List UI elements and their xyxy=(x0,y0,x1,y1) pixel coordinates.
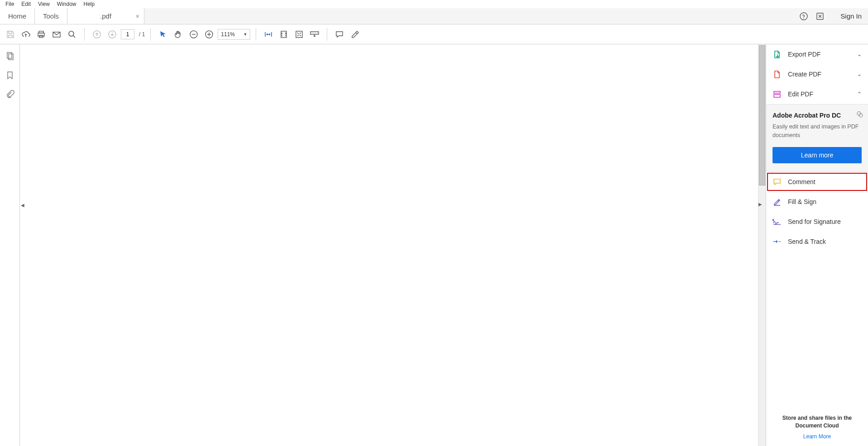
bookmarks-icon[interactable] xyxy=(5,70,15,81)
svg-rect-15 xyxy=(7,52,12,58)
svg-text:x: x xyxy=(773,218,774,221)
zoom-value: 111% xyxy=(221,31,235,38)
svg-rect-18 xyxy=(774,95,780,97)
highlight-tool-icon[interactable] xyxy=(348,28,362,41)
page-up-icon[interactable] xyxy=(90,28,104,41)
svg-rect-13 xyxy=(296,31,302,38)
tool-label: Comment xyxy=(788,178,816,185)
tool-send-track[interactable]: Send & Track xyxy=(766,232,868,251)
svg-rect-4 xyxy=(38,33,44,36)
menu-edit[interactable]: Edit xyxy=(18,1,34,7)
scrollbar-thumb[interactable] xyxy=(759,45,765,185)
fit-page-icon[interactable] xyxy=(277,28,291,41)
tab-document[interactable]: .pdf × xyxy=(67,8,144,24)
tool-create-pdf[interactable]: Create PDF ⌄ xyxy=(766,64,868,84)
separator xyxy=(84,28,85,41)
tab-document-label: .pdf xyxy=(100,12,111,20)
cloud-promo: Store and share files in the Document Cl… xyxy=(766,408,868,446)
left-nav-panel xyxy=(0,44,20,446)
email-icon[interactable] xyxy=(50,28,63,41)
notification-icon[interactable] xyxy=(815,11,825,21)
chevron-down-icon: ⌄ xyxy=(857,51,862,57)
main-toolbar: / 1 111% ▼ xyxy=(0,24,868,44)
tool-label: Export PDF xyxy=(788,51,820,58)
tabbar-spacer xyxy=(144,8,792,24)
edit-pdf-promo: Adobe Acrobat Pro DC Easily edit text an… xyxy=(766,104,868,172)
menu-window[interactable]: Window xyxy=(53,1,80,7)
edit-pdf-icon xyxy=(773,90,782,99)
tool-label: Edit PDF xyxy=(788,90,813,98)
vertical-scrollbar[interactable] xyxy=(758,44,766,446)
tool-label: Send & Track xyxy=(788,238,826,245)
fit-width-icon[interactable] xyxy=(262,28,275,41)
attachments-icon[interactable] xyxy=(5,89,15,100)
svg-point-1 xyxy=(804,18,804,19)
send-signature-icon: x xyxy=(773,217,782,226)
tool-label: Fill & Sign xyxy=(788,198,816,205)
svg-rect-12 xyxy=(281,31,286,38)
tool-send-for-signature[interactable]: x Send for Signature xyxy=(766,212,868,232)
page-number-input[interactable] xyxy=(121,29,134,39)
cloud-promo-text: Store and share files in the Document Cl… xyxy=(771,414,863,430)
collapse-right-icon[interactable]: ▶ xyxy=(758,202,764,208)
separator xyxy=(327,28,327,41)
promo-title: Adobe Acrobat Pro DC xyxy=(773,112,862,119)
send-track-icon xyxy=(773,237,782,246)
zoom-out-icon[interactable] xyxy=(187,28,200,41)
zoom-in-icon[interactable] xyxy=(202,28,216,41)
sign-in-link[interactable]: Sign In xyxy=(831,12,862,20)
promo-description: Easily edit text and images in PDF docum… xyxy=(773,123,862,140)
read-mode-icon[interactable] xyxy=(308,28,321,41)
tool-export-pdf[interactable]: Export PDF ⌄ xyxy=(766,44,868,64)
tool-label: Create PDF xyxy=(788,71,821,78)
svg-rect-16 xyxy=(9,54,13,60)
tool-label: Send for Signature xyxy=(788,218,841,225)
fill-sign-icon xyxy=(773,197,782,206)
chevron-up-icon: ⌃ xyxy=(857,91,862,97)
selection-tool-icon[interactable] xyxy=(156,28,170,41)
cloud-learn-more-link[interactable]: Learn More xyxy=(771,433,863,440)
separator xyxy=(256,28,256,41)
tool-fill-sign[interactable]: Fill & Sign xyxy=(766,192,868,212)
tool-edit-pdf[interactable]: Edit PDF ⌃ xyxy=(766,84,868,104)
promo-link-icon[interactable] xyxy=(856,111,863,118)
tool-comment[interactable]: Comment xyxy=(766,172,868,192)
menu-help[interactable]: Help xyxy=(80,1,99,7)
chevron-down-icon: ▼ xyxy=(243,32,247,37)
help-icon[interactable] xyxy=(799,11,809,21)
close-tab-icon[interactable]: × xyxy=(136,13,139,20)
print-icon[interactable] xyxy=(34,28,48,41)
hand-tool-icon[interactable] xyxy=(172,28,185,41)
thumbnails-icon[interactable] xyxy=(5,51,15,62)
collapse-left-icon[interactable]: ◀ xyxy=(20,202,25,208)
create-pdf-icon xyxy=(773,70,782,79)
search-icon[interactable] xyxy=(65,28,79,41)
chevron-down-icon: ⌄ xyxy=(857,71,862,77)
tab-tools[interactable]: Tools xyxy=(35,8,67,24)
svg-point-7 xyxy=(69,31,74,36)
document-viewport[interactable]: ◀ ▶ xyxy=(20,44,766,446)
svg-rect-17 xyxy=(774,91,780,93)
comment-icon xyxy=(773,177,782,186)
learn-more-button[interactable]: Learn more xyxy=(773,147,862,163)
page-total-label: / 1 xyxy=(139,31,145,38)
menu-view[interactable]: View xyxy=(34,1,53,7)
zoom-select[interactable]: 111% ▼ xyxy=(218,29,250,40)
tab-home[interactable]: Home xyxy=(0,8,35,24)
cloud-upload-icon[interactable] xyxy=(19,28,33,41)
save-icon[interactable] xyxy=(4,28,17,41)
tools-panel: Export PDF ⌄ Create PDF ⌄ Edit PDF ⌃ Ado… xyxy=(766,44,868,446)
comment-tool-icon[interactable] xyxy=(333,28,346,41)
page-down-icon[interactable] xyxy=(105,28,119,41)
tabbar: Home Tools .pdf × Sign In xyxy=(0,8,868,24)
separator xyxy=(150,28,151,41)
main-area: ◀ ▶ Export PDF ⌄ Create PDF ⌄ Edit PDF ⌃… xyxy=(0,44,868,446)
export-pdf-icon xyxy=(773,50,782,59)
menubar: File Edit View Window Help xyxy=(0,0,868,8)
svg-point-22 xyxy=(779,241,780,242)
menu-file[interactable]: File xyxy=(2,1,18,7)
fullscreen-icon[interactable] xyxy=(292,28,306,41)
svg-point-23 xyxy=(780,241,781,242)
